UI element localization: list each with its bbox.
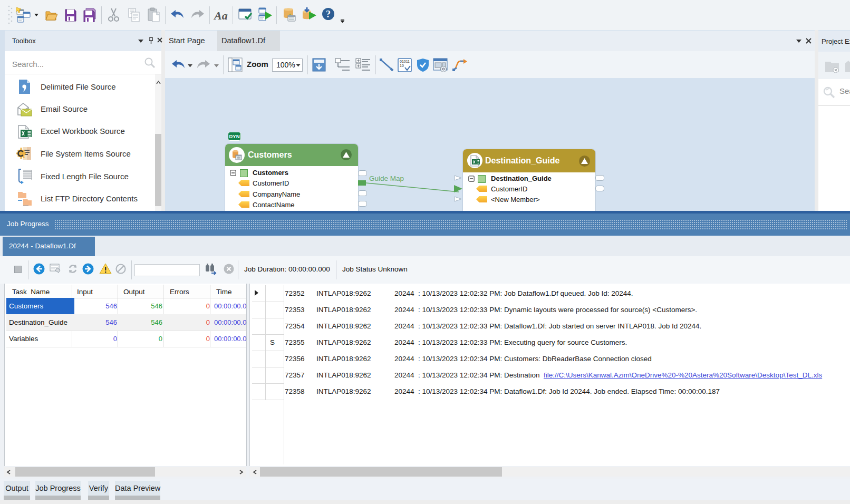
svg-text:10: 10 — [400, 64, 404, 67]
svg-text:?: ? — [326, 9, 331, 20]
svg-text:01011: 01011 — [400, 60, 410, 63]
